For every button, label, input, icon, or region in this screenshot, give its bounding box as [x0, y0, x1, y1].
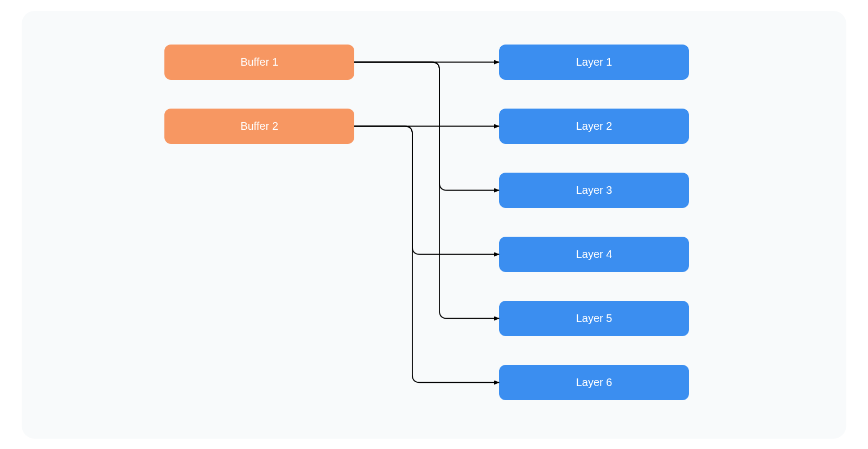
- layer-5-label: Layer 5: [576, 312, 612, 325]
- buffer-2-node: Buffer 2: [164, 109, 354, 144]
- connector-buffer-2-to-layer-6: [354, 126, 499, 382]
- layer-6-node: Layer 6: [499, 365, 689, 400]
- layer-4-node: Layer 4: [499, 237, 689, 272]
- buffer-2-label: Buffer 2: [240, 120, 278, 132]
- layer-6-label: Layer 6: [576, 376, 612, 389]
- layer-1-label: Layer 1: [576, 56, 612, 68]
- buffer-1-node: Buffer 1: [164, 45, 354, 80]
- layer-2-label: Layer 2: [576, 120, 612, 132]
- buffer-1-label: Buffer 1: [240, 56, 278, 68]
- layer-1-node: Layer 1: [499, 45, 689, 80]
- layer-3-label: Layer 3: [576, 184, 612, 197]
- connector-buffer-1-to-layer-5: [354, 62, 499, 318]
- connector-buffer-1-to-layer-3: [354, 62, 499, 190]
- connectors-svg: [22, 11, 846, 439]
- diagram-canvas: Buffer 1 Buffer 2 Layer 1 Layer 2 Layer …: [22, 11, 846, 439]
- connector-buffer-2-to-layer-4: [354, 126, 499, 254]
- layer-4-label: Layer 4: [576, 248, 612, 261]
- layer-3-node: Layer 3: [499, 173, 689, 208]
- layer-5-node: Layer 5: [499, 301, 689, 336]
- layer-2-node: Layer 2: [499, 109, 689, 144]
